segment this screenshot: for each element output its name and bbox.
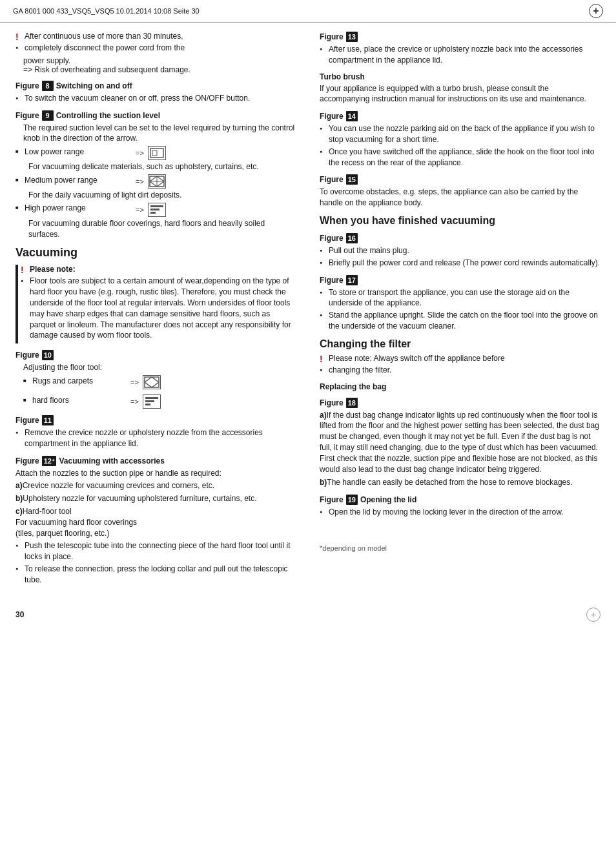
fig9-high-arrow: => (136, 206, 144, 214)
fig11-badge: 11 (42, 415, 54, 425)
fig18-b: b)The handle can easily be detached from… (320, 477, 601, 488)
fig8-badge: 8 (42, 81, 54, 91)
fig8-bullets: To switch the vacuum cleaner on or off, … (15, 93, 296, 104)
changing-section: Changing the filter ! Please note: Alway… (320, 338, 601, 376)
fig13-badge: 13 (346, 32, 358, 42)
fig-label: Figure (320, 495, 344, 504)
list-item: You can use the nozzle parking aid on th… (320, 123, 601, 145)
fig-label: Figure (320, 276, 344, 285)
excl-line1: ! After continuous use of more than 30 m… (15, 32, 296, 41)
fig-label: Figure (15, 351, 39, 360)
fig-label: Figure (320, 398, 344, 407)
fig-label: Figure (320, 32, 344, 41)
left-column: ! After continuous use of more than 30 m… (13, 23, 308, 601)
fig10-rugs-icon (143, 375, 161, 389)
intro-line1: After continuous use of more than 30 min… (25, 32, 183, 41)
finished-section: When you have finished vacuuming (320, 215, 601, 227)
fig14-badge: 14 (346, 111, 358, 121)
fig16-heading: Figure 16 (320, 233, 601, 243)
fig9-section: Figure 9 Controlling the suction level T… (15, 110, 296, 240)
fig12-a: a)Crevice nozzle for vacuuming crevices … (15, 480, 296, 491)
fig17-heading: Figure 17 (320, 275, 601, 285)
fig9-title: Controlling the suction level (56, 111, 160, 120)
list-item: Medium power range (15, 175, 132, 186)
fig-label: Figure (15, 456, 39, 465)
fig19-bullets: Open the lid by moving the locking lever… (320, 507, 601, 518)
svg-rect-6 (145, 377, 159, 387)
fig-label: Figure (15, 416, 39, 425)
finished-title: When you have finished vacuuming (320, 215, 601, 227)
fig17-badge: 17 (346, 275, 358, 285)
footer-note-wrap: *depending on model (320, 544, 601, 553)
page-header: GA 8001 000 433_VSQ5_VSQ5 10.01.2014 10:… (0, 0, 616, 23)
excl-mark: ! (320, 354, 323, 364)
fig14-section: Figure 14 You can use the nozzle parking… (320, 111, 601, 168)
fig15-heading: Figure 15 (320, 174, 601, 185)
vacuuming-title: Vacuuming (15, 246, 296, 260)
fig8-section: Figure 8 Switching on and off To switch … (15, 81, 296, 104)
list-item: High power range (15, 203, 132, 214)
fig18-badge: 18 (346, 398, 358, 408)
fig10-heading: Figure 10 (15, 350, 296, 360)
replacing-heading: Replacing the bag (320, 382, 601, 391)
changing-note-bullets: changing the filter. (320, 365, 601, 376)
fig9-med: Medium power range => (15, 174, 296, 189)
fig10-intro: Adjusting the floor tool: (15, 362, 296, 373)
list-item: To switch the vacuum cleaner on or off, … (15, 93, 296, 104)
fig-label: Figure (320, 175, 344, 184)
footer-note: *depending on model (320, 544, 601, 553)
svg-marker-7 (145, 377, 159, 387)
fig10-hard-arrow: => (130, 398, 139, 405)
list-item: hard floors (23, 395, 127, 406)
fig19-badge: 19 (346, 495, 358, 505)
fig9-low: Low power range => (15, 146, 296, 160)
replacing-section: Replacing the bag (320, 382, 601, 391)
fig19-section: Figure 19 Opening the lid Open the lid b… (320, 495, 601, 518)
fig9-intro: The required suction level can be set to… (15, 123, 296, 145)
main-content: ! After continuous use of more than 30 m… (0, 23, 616, 601)
fig12-bullets: Push the telescopic tube into the connec… (15, 540, 296, 585)
list-item: Push the telescopic tube into the connec… (15, 540, 296, 562)
fig17-bullets: To store or transport the appliance, you… (320, 287, 601, 332)
fig9-high-label: High power range (15, 203, 132, 215)
fig9-heading: Figure 9 Controlling the suction level (15, 110, 296, 121)
note-content: ! Please note: Floor tools are subject t… (21, 265, 296, 343)
intro-bullets: completely disconnect the power cord fro… (15, 43, 296, 54)
fig8-heading: Figure 8 Switching on and off (15, 81, 296, 91)
fig12-badge: 12* (42, 456, 57, 466)
list-item: Floor tools are subject to a certain amo… (21, 276, 296, 341)
fig18-a: a)If the dust bag change indicator light… (320, 410, 601, 475)
turbo-section: Turbo brush If your appliance is equippe… (320, 72, 601, 105)
list-item: To release the connection, press the loc… (15, 564, 296, 586)
fig12-section: Figure 12* Vacuuming with accessories At… (15, 456, 296, 586)
fig10-hard-label: hard floors (23, 395, 127, 407)
fig-label: Figure (15, 111, 39, 120)
fig18-section: Figure 18 a)If the dust bag change indic… (320, 398, 601, 489)
fig10-hard: hard floors => (15, 394, 296, 409)
fig9-med-arrow: => (136, 178, 144, 185)
fig12-b: b)Upholstery nozzle for vacuuming uphols… (15, 493, 296, 504)
list-item: To store or transport the appliance, you… (320, 287, 601, 309)
fig11-section: Figure 11 Remove the crevice nozzle or u… (15, 415, 296, 449)
fig9-high-icon (148, 203, 166, 217)
fig13-section: Figure 13 After use, place the crevice o… (320, 32, 601, 66)
intro-line3: power supply. (15, 56, 296, 65)
changing-title: Changing the filter (320, 338, 601, 350)
note-heading-wrap: ! Please note: (21, 265, 296, 274)
list-item: Once you have switched off the appliance… (320, 147, 601, 169)
fig15-text: To overcome obstacles, e.g. steps, the a… (320, 187, 601, 209)
fig14-bullets: You can use the nozzle parking aid on th… (320, 123, 601, 168)
fig16-badge: 16 (346, 233, 358, 243)
svg-rect-1 (152, 150, 157, 156)
right-column: Figure 13 After use, place the crevice o… (308, 23, 603, 601)
fig-label: Figure (15, 81, 39, 90)
fig12-c: c)Hard-floor toolFor vacuuming hard floo… (15, 506, 296, 538)
list-item: Rugs and carpets (23, 376, 127, 387)
page-number: 30 (15, 610, 24, 619)
fig11-bullets: Remove the crevice nozzle or upholstery … (15, 427, 296, 449)
excl-mark: ! (21, 265, 24, 275)
fig13-heading: Figure 13 (320, 32, 601, 42)
fig19-title: Opening the lid (360, 495, 416, 504)
fig10-section: Figure 10 Adjusting the floor tool: Rugs… (15, 350, 296, 409)
intro-warning: ! After continuous use of more than 30 m… (15, 32, 296, 74)
